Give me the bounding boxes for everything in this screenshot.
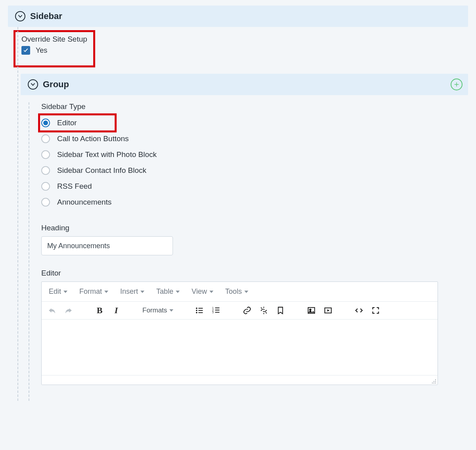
svg-point-13 <box>310 309 311 310</box>
override-label: Override Site Setup <box>21 35 87 44</box>
svg-rect-7 <box>215 308 220 308</box>
radio-input[interactable] <box>41 119 50 127</box>
svg-point-0 <box>196 308 198 309</box>
tree-line-outer <box>17 27 18 401</box>
redo-icon[interactable] <box>64 306 73 315</box>
menu-label: View <box>192 287 207 296</box>
menu-label: Tools <box>225 287 242 296</box>
caret-down-icon <box>140 291 144 293</box>
menu-format[interactable]: Format <box>79 287 108 296</box>
radio-option-rss[interactable]: RSS Feed <box>41 178 468 194</box>
editor-content-area[interactable] <box>42 320 438 375</box>
svg-point-4 <box>196 312 198 314</box>
editor-menu-bar: Edit Format Insert Table View Tools <box>42 282 438 302</box>
bullet-list-icon[interactable] <box>195 306 204 315</box>
fullscreen-icon[interactable] <box>371 306 380 315</box>
unlink-icon[interactable] <box>259 306 269 315</box>
add-group-button[interactable] <box>451 79 463 90</box>
chevron-down-icon[interactable] <box>15 11 25 21</box>
editor-toolbar: B I Formats 123 <box>42 302 438 320</box>
caret-down-icon <box>169 309 173 312</box>
rich-text-editor: Edit Format Insert Table View Tools B I <box>41 281 438 385</box>
formats-label: Formats <box>142 306 167 314</box>
menu-view[interactable]: View <box>192 287 213 296</box>
formats-dropdown[interactable]: Formats <box>142 306 173 314</box>
code-icon[interactable] <box>354 306 364 315</box>
radio-input[interactable] <box>41 198 50 207</box>
radio-label: Sidebar Text with Photo Block <box>57 150 157 159</box>
caret-down-icon <box>209 291 213 293</box>
image-icon[interactable] <box>307 306 316 315</box>
sidebar-type-radio-group: Editor Call to Action Buttons Sidebar Te… <box>41 115 468 210</box>
svg-point-2 <box>196 310 198 311</box>
radio-input[interactable] <box>41 134 50 143</box>
radio-label: Announcements <box>57 198 111 207</box>
radio-label: Sidebar Contact Info Block <box>57 166 146 175</box>
radio-label: Editor <box>57 119 77 127</box>
caret-down-icon <box>176 291 180 293</box>
undo-icon[interactable] <box>47 306 57 315</box>
menu-label: Insert <box>120 287 138 296</box>
editor-label: Editor <box>41 269 468 278</box>
menu-table[interactable]: Table <box>156 287 180 296</box>
radio-input[interactable] <box>41 166 50 175</box>
resize-handle-icon[interactable] <box>430 378 436 383</box>
caret-down-icon <box>63 291 67 293</box>
bookmark-icon[interactable] <box>276 306 285 315</box>
section-bar-sidebar: Sidebar <box>8 6 468 27</box>
bold-button[interactable]: B <box>95 306 104 315</box>
chevron-down-icon[interactable] <box>28 79 38 90</box>
caret-down-icon <box>244 291 248 293</box>
radio-input[interactable] <box>41 182 50 191</box>
svg-rect-1 <box>199 308 203 309</box>
svg-rect-9 <box>215 310 220 310</box>
svg-rect-11 <box>215 312 220 313</box>
radio-option-call-to-action[interactable]: Call to Action Buttons <box>41 131 468 147</box>
radio-option-announcements[interactable]: Announcements <box>41 194 468 210</box>
section-title-sidebar: Sidebar <box>30 11 62 21</box>
svg-rect-3 <box>199 310 203 311</box>
video-icon[interactable] <box>323 306 333 315</box>
section-bar-group: Group <box>21 74 468 95</box>
heading-input[interactable] <box>41 236 173 255</box>
editor-statusbar <box>42 375 438 385</box>
svg-text:3: 3 <box>212 311 214 314</box>
link-icon[interactable] <box>242 306 252 315</box>
menu-insert[interactable]: Insert <box>120 287 144 296</box>
radio-option-text-photo[interactable]: Sidebar Text with Photo Block <box>41 147 468 163</box>
svg-rect-5 <box>199 312 203 313</box>
numbered-list-icon[interactable]: 123 <box>211 306 221 315</box>
menu-label: Table <box>156 287 173 296</box>
menu-edit[interactable]: Edit <box>49 287 67 296</box>
radio-label: Call to Action Buttons <box>57 134 129 143</box>
menu-tools[interactable]: Tools <box>225 287 248 296</box>
override-site-setup-block: Override Site Setup Yes <box>16 31 98 60</box>
radio-option-contact-info[interactable]: Sidebar Contact Info Block <box>41 163 468 178</box>
radio-option-editor[interactable]: Editor <box>41 115 468 131</box>
menu-label: Format <box>79 287 102 296</box>
heading-label: Heading <box>41 224 468 232</box>
group-fields: Sidebar Type Editor Call to Action Butto… <box>33 102 468 401</box>
tree-line-inner <box>29 102 29 401</box>
italic-button[interactable]: I <box>111 306 121 315</box>
radio-input[interactable] <box>41 150 50 159</box>
override-checkbox-label: Yes <box>36 46 47 55</box>
caret-down-icon <box>104 291 108 293</box>
sidebar-type-label: Sidebar Type <box>41 102 468 111</box>
section-title-group: Group <box>43 79 69 90</box>
radio-label: RSS Feed <box>57 182 92 191</box>
menu-label: Edit <box>49 287 61 296</box>
override-checkbox[interactable] <box>21 46 30 55</box>
